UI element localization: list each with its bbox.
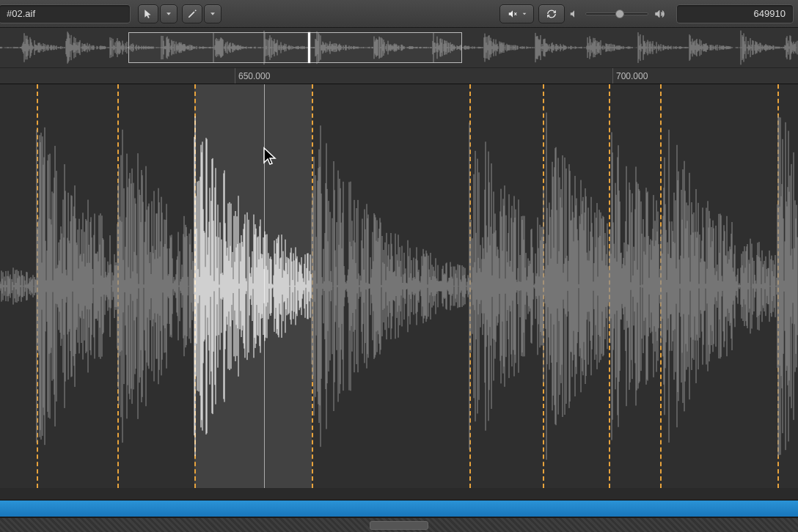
volume-thumb[interactable] [615, 10, 624, 18]
region-bar[interactable] [0, 500, 798, 517]
file-name-label: #02.aif [7, 8, 35, 19]
main-waveform-area[interactable] [0, 84, 798, 488]
ruler-tick-label: 650.000 [238, 71, 270, 81]
overview-playhead[interactable] [308, 32, 310, 63]
pointer-icon [143, 9, 153, 19]
cycle-button[interactable] [538, 4, 565, 23]
speaker-low-icon [569, 9, 579, 19]
main-wave-selected-svg [0, 84, 798, 488]
pencil-tool-button[interactable] [182, 4, 202, 23]
pencil-icon [187, 9, 197, 19]
chevron-down-icon [165, 10, 172, 18]
pencil-tool-dropdown[interactable] [204, 4, 222, 23]
speaker-high-icon [654, 9, 665, 19]
chevron-down-icon [521, 11, 527, 17]
scrollbar-thumb[interactable] [370, 521, 428, 530]
ruler-tick: 700.000 [612, 68, 648, 84]
position-value: 649910 [754, 8, 786, 19]
ruler-tick: 650.000 [235, 68, 270, 84]
pointer-tool-button[interactable] [138, 4, 158, 23]
cycle-icon [545, 9, 558, 19]
toolbar: #02.aif 649910 [0, 0, 798, 28]
time-ruler[interactable]: 650.000 700.000 [0, 68, 798, 84]
position-field[interactable]: 649910 [676, 4, 794, 23]
chevron-down-icon [209, 10, 216, 18]
horizontal-scrollbar[interactable] [0, 517, 798, 532]
speaker-mute-icon [506, 9, 519, 19]
mute-preview-button[interactable] [499, 4, 534, 23]
ruler-tick-label: 700.000 [616, 71, 648, 81]
overview-visible-region[interactable] [128, 32, 462, 63]
tool-group-edit-tools [138, 4, 222, 23]
volume-slider[interactable] [569, 9, 665, 19]
overview-waveform[interactable] [0, 28, 798, 68]
pointer-tool-dropdown[interactable] [160, 4, 177, 23]
file-name-field[interactable]: #02.aif [0, 4, 131, 23]
volume-track[interactable] [585, 12, 648, 15]
